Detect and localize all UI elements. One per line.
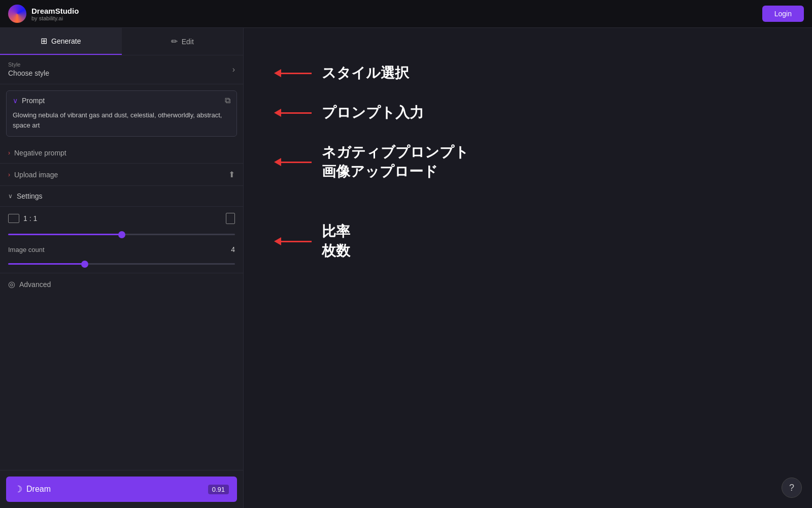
tab-generate-label: Generate (51, 37, 81, 45)
prompt-title: Prompt (22, 97, 45, 105)
aspect-portrait-icon (226, 213, 235, 224)
main-content: スタイル選択 プロンプト入力 ネガティブプロンプト 画像アップロード (244, 28, 812, 508)
style-selector[interactable]: Style Choose style › (0, 55, 243, 84)
tab-bar: ⊞ Generate ✏ Edit (0, 28, 243, 55)
image-count-value: 4 (231, 245, 235, 253)
arrow-line-negative (281, 162, 312, 163)
dream-cost-badge: 0.91 (208, 485, 229, 494)
arrow-line-ratio (281, 241, 312, 242)
logo-area: DreamStudio by stability.ai (8, 5, 79, 23)
negative-prompt-chevron-icon: › (8, 149, 10, 156)
chevron-right-icon: › (232, 65, 235, 74)
aspect-ratio-slider-container (0, 226, 243, 243)
logo-text: DreamStudio by stability.ai (31, 7, 79, 21)
arrow-style (274, 69, 312, 77)
image-count-label: Image count (8, 246, 45, 253)
login-button[interactable]: Login (762, 6, 804, 22)
annotation-negative: ネガティブプロンプト 画像アップロード (274, 143, 469, 181)
settings-chevron-icon: ∨ (8, 193, 13, 200)
annotation-text-upload: 画像アップロード (322, 162, 469, 181)
annotations-container: スタイル選択 プロンプト入力 ネガティブプロンプト 画像アップロード (274, 64, 469, 261)
arrow-prompt (274, 109, 312, 117)
moon-icon: ☽ (14, 484, 22, 495)
annotation-text-negative: ネガティブプロンプト (322, 143, 469, 162)
logo-icon (8, 5, 26, 23)
prompt-header: ∨ Prompt ⧉ (7, 91, 236, 110)
sidebar: ⊞ Generate ✏ Edit Style Choose style › (0, 28, 244, 508)
annotation-style: スタイル選択 (274, 64, 469, 83)
annotation-prompt: プロンプト入力 (274, 103, 469, 122)
copy-icon[interactable]: ⧉ (225, 96, 230, 105)
annotation-ratio: 比率 枚数 (274, 222, 469, 261)
upload-icon: ⬆ (228, 170, 235, 179)
upload-image-row[interactable]: › Upload image ⬆ (0, 164, 243, 186)
arrow-head-negative (274, 158, 281, 166)
tab-edit[interactable]: ✏ Edit (122, 28, 244, 55)
prompt-expand-icon[interactable]: ∨ (13, 97, 18, 105)
sidebar-content: Style Choose style › ∨ Prompt ⧉ Glowing … (0, 55, 243, 470)
image-count-slider-container (0, 256, 243, 273)
prompt-header-left: ∨ Prompt (13, 97, 45, 105)
annotation-text-count: 枚数 (322, 241, 350, 261)
aspect-left: 1 : 1 (8, 214, 37, 223)
app-subtitle: by stability.ai (31, 15, 79, 21)
tab-edit-label: Edit (182, 38, 194, 46)
dream-button[interactable]: ☽ Dream 0.91 (6, 477, 237, 502)
aspect-square-icon (8, 214, 19, 223)
style-value: Choose style (8, 69, 49, 77)
image-count-row: Image count 4 (0, 243, 243, 256)
dream-btn-left: ☽ Dream (14, 484, 51, 495)
prompt-text[interactable]: Glowing nebula of vibrant gas and dust, … (7, 110, 236, 136)
upload-chevron-icon: › (8, 171, 10, 178)
arrow-head-prompt (274, 109, 281, 117)
settings-label: Settings (17, 192, 43, 200)
generate-icon: ⊞ (41, 36, 47, 46)
tab-generate[interactable]: ⊞ Generate (0, 28, 122, 55)
edit-icon: ✏ (171, 37, 178, 46)
annotation-text-style: スタイル選択 (322, 64, 409, 83)
annotation-text-ratio: 比率 (322, 222, 350, 241)
upload-label: Upload image (14, 171, 58, 179)
help-button[interactable]: ? (782, 478, 802, 498)
arrow-ratio (274, 237, 312, 245)
aspect-ratio-row: 1 : 1 (0, 207, 243, 226)
eye-icon: ◎ (8, 279, 15, 289)
negative-prompt-label: Negative prompt (14, 149, 66, 157)
negative-prompt-row[interactable]: › Negative prompt (0, 143, 243, 164)
dream-btn-label: Dream (26, 485, 51, 494)
image-count-slider[interactable] (8, 263, 235, 265)
dream-btn-container: ☽ Dream 0.91 (0, 470, 243, 508)
annotation-text-prompt: プロンプト入力 (322, 103, 424, 122)
aspect-value: 1 : 1 (23, 214, 37, 223)
topbar: DreamStudio by stability.ai Login (0, 0, 812, 28)
app-title: DreamStudio (31, 7, 79, 15)
prompt-section: ∨ Prompt ⧉ Glowing nebula of vibrant gas… (6, 90, 237, 137)
arrow-line-prompt (281, 112, 312, 114)
arrow-head-ratio (274, 237, 281, 245)
arrow-line-style (281, 73, 312, 74)
main-layout: ⊞ Generate ✏ Edit Style Choose style › (0, 28, 812, 508)
arrow-negative (274, 158, 312, 166)
settings-header[interactable]: ∨ Settings (0, 186, 243, 207)
aspect-ratio-slider[interactable] (8, 234, 235, 235)
advanced-row[interactable]: ◎ Advanced (0, 273, 243, 295)
style-label: Style (8, 61, 49, 68)
advanced-label: Advanced (19, 280, 51, 289)
arrow-head-style (274, 69, 281, 77)
upload-left: › Upload image (8, 171, 58, 179)
